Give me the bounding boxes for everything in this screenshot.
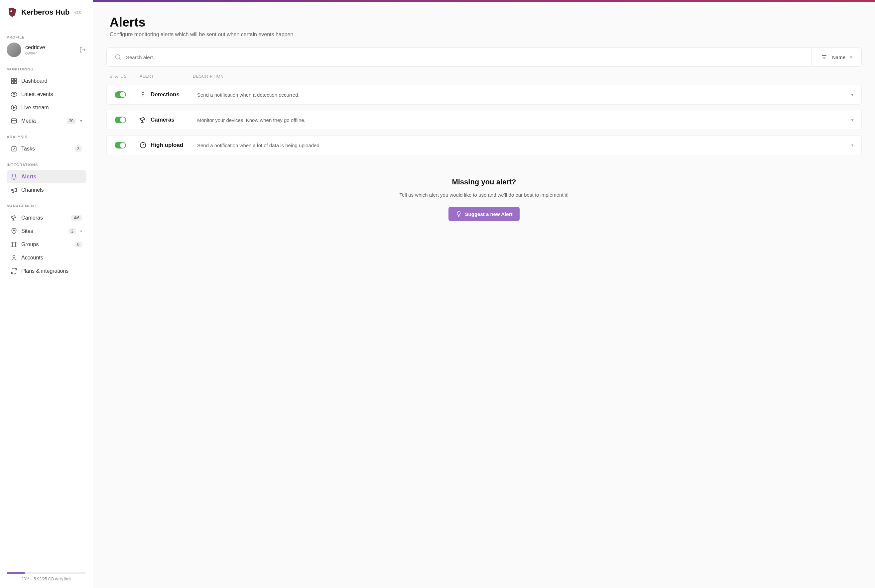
toggle-switch[interactable] <box>115 142 126 148</box>
svg-point-24 <box>142 92 144 93</box>
sidebar-item-groups[interactable]: Groups 0 <box>7 238 86 251</box>
svg-rect-1 <box>12 79 14 81</box>
sidebar-item-cameras[interactable]: Cameras 4/6 <box>7 211 86 225</box>
sidebar-item-tasks[interactable]: Tasks 3 <box>7 142 86 156</box>
svg-point-16 <box>12 246 13 246</box>
svg-point-5 <box>13 94 15 95</box>
location-icon <box>11 228 17 234</box>
search-icon <box>115 54 121 60</box>
cta-block: Missing you alert? Tell us which alert y… <box>400 178 569 221</box>
sort-dropdown[interactable]: Name ▾ <box>812 48 861 66</box>
megaphone-icon <box>11 187 17 194</box>
sidebar-item-channels[interactable]: Channels <box>7 183 86 196</box>
logout-icon[interactable] <box>80 46 86 53</box>
cursor-pointer-icon: ▾ <box>851 92 853 98</box>
avatar <box>7 42 21 57</box>
svg-line-20 <box>119 58 120 60</box>
svg-line-28 <box>143 144 144 145</box>
sidebar-item-sites[interactable]: Sites 2 ▾ <box>7 225 86 238</box>
usage-fill <box>7 572 25 574</box>
camera-icon <box>139 116 147 124</box>
alert-row-high-upload[interactable]: High upload Send a notification when a l… <box>107 135 862 155</box>
sidebar-item-label: Accounts <box>21 255 82 261</box>
sidebar-item-label: Latest events <box>21 92 82 98</box>
search-box[interactable] <box>107 48 812 66</box>
sidebar-item-latest-events[interactable]: Latest events <box>7 88 86 101</box>
sites-badge: 2 <box>69 228 76 234</box>
sidebar-item-label: Alerts <box>21 174 82 180</box>
sidebar-item-label: Tasks <box>21 146 71 152</box>
media-badge: 30 <box>66 118 76 124</box>
sidebar-item-label: Cameras <box>21 215 67 221</box>
col-status: STATUS <box>110 74 140 79</box>
svg-marker-7 <box>13 106 15 109</box>
brand-name: Kerberos Hub <box>21 8 69 16</box>
cta-text: Tell us which alert you would like to us… <box>400 191 569 199</box>
usage-bar: 23% – 5.92/25 GB daily limit <box>7 566 86 581</box>
groups-badge: 0 <box>74 242 82 248</box>
sidebar-item-label: Channels <box>21 187 82 193</box>
list-header: STATUS ALERT DESCRIPTION <box>93 67 875 82</box>
section-integrations: INTEGRATIONS <box>7 163 86 167</box>
sidebar-item-dashboard[interactable]: Dashboard <box>7 74 86 88</box>
svg-point-18 <box>13 255 15 258</box>
logo-icon <box>7 7 18 18</box>
sidebar-item-plans[interactable]: Plans & integrations <box>7 264 86 278</box>
profile-text: cedricve owner <box>25 45 75 56</box>
alert-name: Cameras <box>150 117 197 123</box>
page-title: Alerts <box>110 15 858 30</box>
svg-point-17 <box>15 246 16 246</box>
sidebar-item-alerts[interactable]: Alerts <box>7 170 86 183</box>
brand: Kerberos Hub v3.0 <box>7 7 86 18</box>
usage-text: 23% – 5.92/25 GB daily limit <box>7 577 86 581</box>
chevron-down-icon: ▾ <box>80 229 82 234</box>
toggle-switch[interactable] <box>115 117 126 123</box>
gauge-icon <box>139 141 147 149</box>
section-management: MANAGEMENT <box>7 204 86 208</box>
sidebar-item-live-stream[interactable]: Live stream <box>7 101 86 114</box>
svg-point-14 <box>12 242 13 243</box>
main: Alerts Configure monitoring alerts which… <box>93 0 875 588</box>
play-icon <box>11 104 17 111</box>
chevron-down-icon: ▾ <box>851 118 853 122</box>
suggest-alert-button[interactable]: Suggest a new Alert <box>448 207 520 221</box>
sidebar-item-accounts[interactable]: Accounts <box>7 251 86 264</box>
col-alert: ALERT <box>140 74 193 79</box>
tasks-badge: 3 <box>74 146 82 152</box>
profile-row: cedricve owner <box>7 42 86 57</box>
bell-icon <box>11 173 17 180</box>
search-input[interactable] <box>126 54 803 60</box>
svg-rect-2 <box>15 79 17 81</box>
alert-row-cameras[interactable]: Cameras Monitor your devices. Know when … <box>107 110 862 130</box>
profile-role: owner <box>25 51 75 56</box>
svg-point-19 <box>116 55 120 59</box>
sidebar: Kerberos Hub v3.0 PROFILE cedricve owner… <box>0 0 93 588</box>
sidebar-item-label: Media <box>21 118 63 124</box>
alert-row-detections[interactable]: Detections Send a notification when a de… <box>107 85 862 105</box>
cta-button-label: Suggest a new Alert <box>465 211 513 217</box>
camera-icon <box>11 214 17 221</box>
alert-description: Send a notification when a detection occ… <box>197 92 851 98</box>
page-subtitle: Configure monitoring alerts which will b… <box>110 32 858 38</box>
eye-icon <box>11 91 17 98</box>
svg-rect-8 <box>12 118 17 123</box>
chevron-down-icon: ▾ <box>80 118 82 123</box>
usage-track <box>7 572 86 574</box>
sidebar-item-label: Live stream <box>21 105 82 111</box>
sidebar-item-media[interactable]: Media 30 ▾ <box>7 114 86 128</box>
alert-description: Send a notification when a lot of data i… <box>197 142 851 148</box>
groups-icon <box>11 241 17 248</box>
chevron-down-icon: ▾ <box>851 143 853 147</box>
page-header: Alerts Configure monitoring alerts which… <box>93 2 875 48</box>
brand-version: v3.0 <box>74 10 81 14</box>
section-monitoring: MONITORING <box>7 67 86 71</box>
alert-name: High upload <box>150 142 197 148</box>
cameras-badge: 4/6 <box>71 215 82 221</box>
sidebar-item-label: Sites <box>21 228 65 234</box>
toggle-switch[interactable] <box>115 92 126 98</box>
section-profile: PROFILE <box>7 35 86 39</box>
user-icon <box>11 255 17 261</box>
dashboard-icon <box>11 78 17 84</box>
person-icon <box>139 91 147 98</box>
svg-rect-4 <box>15 82 17 84</box>
